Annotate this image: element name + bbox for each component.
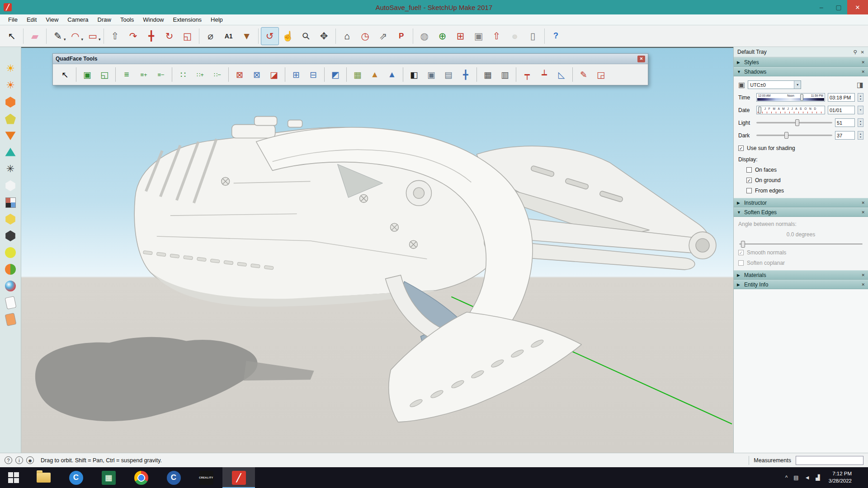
smooth-normals-checkbox[interactable]: ✓ xyxy=(738,250,744,255)
qf-uv-copy[interactable]: ▣ xyxy=(423,66,440,83)
card-tool-orange[interactable] xyxy=(3,313,18,326)
layout-button[interactable]: P xyxy=(392,27,410,45)
dark-value-field[interactable]: 37 xyxy=(835,131,855,140)
component-button[interactable]: ▣ xyxy=(470,27,488,45)
geolocation-icon[interactable]: ? xyxy=(5,456,12,464)
taskbar-chrome[interactable] xyxy=(125,467,157,488)
taskbar-app-c-1[interactable]: C xyxy=(60,467,92,488)
tape-measure-tool[interactable]: ⌀ xyxy=(202,27,220,45)
qf-shrink-selection[interactable]: ◱ xyxy=(96,66,113,83)
use-sun-checkbox[interactable]: ✓ xyxy=(738,145,744,151)
pushpull-tool[interactable]: ⇧ xyxy=(106,27,124,45)
qf-remove-triangulation[interactable]: ⊠ xyxy=(248,66,265,83)
qf-grow-selection[interactable]: ▣ xyxy=(79,66,96,83)
time-spinner[interactable]: ▲ ▼ xyxy=(858,93,863,102)
circle-tool-duo[interactable] xyxy=(3,263,18,276)
section-header-soften-edges[interactable]: ▼ Soften Edges ✕ xyxy=(734,207,868,217)
measurements-input[interactable] xyxy=(796,456,863,465)
circle-tool-yellow[interactable] xyxy=(3,246,18,259)
eraser-tool[interactable]: ▰ xyxy=(26,27,44,45)
qf-corner-split[interactable]: ◺ xyxy=(553,66,570,83)
orbit-tool[interactable]: ↺ xyxy=(261,27,279,45)
from-edges-checkbox[interactable] xyxy=(746,188,752,193)
qf-select-ring[interactable]: ∷ xyxy=(175,66,192,83)
date-value-field[interactable]: 01/01 xyxy=(828,106,855,114)
menu-file[interactable]: File xyxy=(4,15,22,24)
user-icon[interactable]: ☻ xyxy=(26,456,34,464)
qf-shrink-ring[interactable]: ∷− xyxy=(209,66,226,83)
line-tool[interactable]: ✎ xyxy=(49,27,67,45)
rotate-tool[interactable]: ↻ xyxy=(160,27,179,45)
section-plane-button[interactable]: ◍ xyxy=(415,27,434,45)
help-button[interactable]: ? xyxy=(547,27,565,45)
hexagon-tool-orange[interactable] xyxy=(3,96,18,108)
light-value-field[interactable]: 51 xyxy=(835,118,855,127)
chevron-down-icon[interactable]: ▾ xyxy=(64,37,66,42)
close-icon[interactable]: ✕ xyxy=(861,210,865,215)
quadface-tools-panel[interactable]: QuadFace Tools ✕ ↖ ▣ ◱ ≡ ≡+ ≡− ∷ ∷+ ∷− ⊠… xyxy=(52,53,648,85)
3d-model[interactable] xyxy=(21,48,733,453)
taskbar-app-c-2[interactable]: C xyxy=(157,467,190,488)
menu-tools[interactable]: Tools xyxy=(116,15,138,24)
menu-extensions[interactable]: Extensions xyxy=(169,15,207,24)
close-icon[interactable]: ✕ xyxy=(861,50,864,55)
model-viewport[interactable] xyxy=(21,47,733,453)
close-button[interactable]: ✕ xyxy=(847,0,868,14)
shadow-toggle-icon[interactable]: ▣ xyxy=(738,80,745,89)
paint-bucket-tool[interactable]: ▼ xyxy=(238,27,256,45)
qf-vertex-move[interactable]: ╋ xyxy=(457,66,474,83)
time-value-field[interactable]: 03:18 PM xyxy=(828,93,855,102)
close-icon[interactable]: ✕ xyxy=(637,56,645,62)
section-header-shadows[interactable]: ▼ Shadows ✕ xyxy=(734,67,868,76)
sun-tool-2[interactable]: ☀ xyxy=(3,79,18,92)
quadface-titlebar[interactable]: QuadFace Tools ✕ xyxy=(53,54,648,64)
select-tool[interactable]: ↖ xyxy=(3,27,21,45)
styles-button[interactable]: ▯ xyxy=(524,27,542,45)
hexagon-tool-yellow[interactable] xyxy=(3,213,18,225)
menu-view[interactable]: View xyxy=(41,15,63,24)
scale-tool[interactable]: ◱ xyxy=(179,27,197,45)
hexagon-tool-dark[interactable] xyxy=(3,230,18,242)
share-model-button[interactable]: ⇗ xyxy=(374,27,392,45)
soften-coplanar-checkbox[interactable] xyxy=(738,260,744,266)
spin-up-icon[interactable]: ▲ xyxy=(859,94,862,98)
close-icon[interactable]: ✕ xyxy=(861,282,865,287)
move-tool[interactable]: ╋ xyxy=(142,27,160,45)
spin-down-icon[interactable]: ▼ xyxy=(859,123,862,126)
qf-smooth-mesh[interactable]: ▲ xyxy=(383,66,401,83)
light-spinner[interactable]: ▲ ▼ xyxy=(858,118,863,127)
section-header-materials[interactable]: ▶ Materials ✕ xyxy=(734,270,868,280)
shadow-detail-icon[interactable]: ◨ xyxy=(857,80,863,89)
light-slider[interactable] xyxy=(756,122,832,123)
light-slider-thumb[interactable] xyxy=(795,119,799,126)
taskbar-file-explorer[interactable] xyxy=(27,467,60,488)
taskbar-excel[interactable]: ▦ xyxy=(92,467,125,488)
arrow-up-tool[interactable] xyxy=(3,146,18,159)
quad-texture-tool[interactable] xyxy=(3,196,18,209)
qf-mesh-from-faces[interactable]: ▦ xyxy=(349,66,366,83)
qf-select-loop[interactable]: ≡ xyxy=(118,66,135,83)
upload-model-button[interactable]: ⇧ xyxy=(488,27,506,45)
extension-warehouse-button[interactable]: ◷ xyxy=(356,27,374,45)
qf-grow-loop[interactable]: ≡+ xyxy=(135,66,152,83)
menu-window[interactable]: Window xyxy=(138,15,168,24)
chevron-down-icon[interactable]: ▾ xyxy=(99,37,101,42)
spin-up-icon[interactable]: ▲ xyxy=(859,120,862,123)
start-button[interactable] xyxy=(0,467,27,488)
text-tool[interactable]: A1 xyxy=(220,27,238,45)
minimize-button[interactable]: – xyxy=(813,0,830,14)
get-extensions-button[interactable]: ⊞ xyxy=(452,27,470,45)
add-location-button[interactable]: ⊕ xyxy=(434,27,452,45)
qf-shrink-loop[interactable]: ≡− xyxy=(152,66,170,83)
chevron-down-icon[interactable]: ▾ xyxy=(81,37,84,42)
dark-spinner[interactable]: ▲ ▼ xyxy=(858,131,863,140)
qf-triangulate[interactable]: ⊠ xyxy=(231,66,248,83)
date-dropdown[interactable]: ▼ xyxy=(858,106,863,114)
qf-terrain-tool[interactable]: ▲ xyxy=(366,66,383,83)
display-icon[interactable]: ▤ xyxy=(793,474,798,481)
qf-quad-split[interactable]: ⊟ xyxy=(305,66,322,83)
chevron-down-icon[interactable]: ▼ xyxy=(859,108,862,112)
menu-camera[interactable]: Camera xyxy=(63,15,93,24)
polygon-tool-white[interactable] xyxy=(3,179,18,192)
qf-diagonal-flip[interactable]: ◩ xyxy=(327,66,344,83)
